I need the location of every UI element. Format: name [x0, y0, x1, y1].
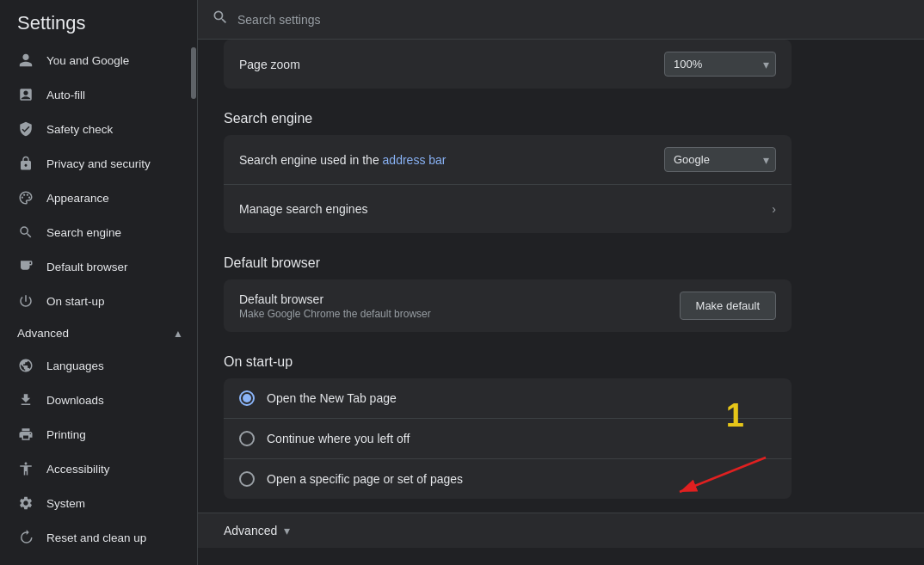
person-icon [17, 52, 34, 69]
appearance-icon [17, 189, 34, 206]
sidebar-item-system[interactable]: System [0, 486, 190, 520]
sidebar-item-reset-and-clean-up[interactable]: Reset and clean up [0, 520, 190, 555]
svg-point-3 [28, 197, 30, 199]
sidebar-item-downloads[interactable]: Downloads [0, 383, 190, 417]
search-bar [198, 0, 924, 40]
default-browser-row: Default browser Make Google Chrome the d… [224, 279, 792, 332]
search-engine-row: Search engine used in the address bar Go… [224, 135, 792, 185]
startup-option-continue-label: Continue where you left off [267, 432, 410, 445]
startup-option-new-tab-label: Open the New Tab page [267, 391, 397, 405]
sidebar-item-privacy-and-security[interactable]: Privacy and security [0, 146, 190, 181]
manage-search-engines-label: Manage search engines [239, 202, 367, 216]
page-zoom-row: Page zoom 100% [224, 40, 792, 89]
accessibility-icon [17, 460, 34, 477]
radio-new-tab[interactable] [239, 390, 255, 406]
default-browser-label: Default browser [239, 292, 431, 306]
sidebar-item-label: Reset and clean up [46, 531, 146, 544]
autofill-icon [17, 86, 34, 103]
shield-icon [17, 120, 34, 138]
sidebar-item-label: You and Google [46, 54, 129, 67]
sidebar-item-label: Default browser [46, 261, 128, 273]
search-engine-dropdown[interactable]: Google [664, 147, 776, 172]
default-browser-section-title: Default browser [224, 235, 792, 279]
svg-point-0 [22, 197, 23, 199]
search-engine-label: Search engine used in the address bar [239, 153, 447, 167]
sidebar-item-label: On start-up [46, 295, 105, 308]
sidebar-item-appearance[interactable]: Appearance [0, 181, 190, 215]
bottom-advanced-label: Advanced [224, 524, 277, 537]
page-zoom-dropdown[interactable]: 100% [664, 52, 776, 77]
sidebar-item-label: System [46, 497, 85, 510]
advanced-chevron-icon: ▲ [173, 328, 183, 340]
default-browser-text: Default browser Make Google Chrome the d… [239, 292, 431, 320]
download-icon [17, 391, 34, 408]
bottom-advanced-chevron-icon: ▾ [284, 524, 290, 537]
sidebar-item-search-engine[interactable]: Search engine [0, 215, 190, 249]
browser-icon [17, 258, 34, 275]
radio-specific-page[interactable] [239, 471, 255, 487]
advanced-label: Advanced [17, 327, 69, 340]
sidebar-item-you-and-google[interactable]: You and Google [0, 43, 190, 77]
search-input[interactable] [237, 13, 910, 27]
history-icon [17, 529, 34, 546]
system-icon [17, 494, 34, 512]
default-browser-sub-label: Make Google Chrome the default browser [239, 308, 431, 320]
content-area: Page zoom 100% Search engine Search engi… [198, 40, 817, 526]
sidebar-item-printing[interactable]: Printing [0, 417, 190, 451]
sidebar-item-accessibility[interactable]: Accessibility [0, 451, 190, 486]
annotation-number: 1 [726, 397, 744, 434]
search-icon [17, 224, 34, 241]
svg-point-1 [23, 194, 25, 196]
page-zoom-label: Page zoom [239, 58, 300, 71]
manage-search-engines-row[interactable]: Manage search engines › [224, 185, 792, 233]
address-bar-link[interactable]: address bar [383, 153, 447, 167]
sidebar-item-safety-check[interactable]: Safety check [0, 112, 190, 146]
globe-icon [17, 357, 34, 374]
search-engine-section-title: Search engine [224, 90, 792, 135]
print-icon [17, 426, 34, 443]
search-icon [212, 9, 229, 30]
default-browser-card: Default browser Make Google Chrome the d… [224, 279, 792, 332]
search-engine-dropdown-wrapper: Google [664, 147, 776, 172]
sidebar-item-default-browser[interactable]: Default browser [0, 249, 190, 284]
sidebar-item-label: Appearance [46, 192, 109, 205]
main-content: Page zoom 100% Search engine Search engi… [198, 0, 924, 565]
sidebar-item-label: Downloads [46, 394, 104, 407]
sidebar-item-label: Privacy and security [46, 157, 151, 170]
sidebar-item-auto-fill[interactable]: Auto-fill [0, 77, 190, 112]
manage-chevron-icon: › [772, 202, 776, 216]
page-zoom-dropdown-wrapper: 100% [664, 52, 776, 77]
make-default-button[interactable]: Make default [680, 292, 776, 320]
svg-point-2 [27, 194, 28, 196]
startup-option-new-tab[interactable]: Open the New Tab page [224, 378, 792, 419]
bottom-advanced-bar[interactable]: Advanced ▾ [198, 513, 924, 548]
on-startup-section-title: On start-up [224, 334, 792, 378]
advanced-section-header[interactable]: Advanced ▲ [0, 318, 197, 348]
startup-option-specific-page-label: Open a specific page or set of pages [267, 472, 463, 486]
sidebar-item-on-start-up[interactable]: On start-up [0, 284, 190, 318]
sidebar-item-languages[interactable]: Languages [0, 348, 190, 383]
sidebar-item-label: Printing [46, 428, 86, 441]
sidebar-item-label: Safety check [46, 123, 113, 136]
search-engine-card: Search engine used in the address bar Go… [224, 135, 792, 233]
app-title: Settings [0, 0, 197, 43]
page-zoom-card: Page zoom 100% [224, 40, 792, 89]
radio-continue[interactable] [239, 431, 255, 446]
sidebar-item-label: Accessibility [46, 463, 110, 476]
annotation-arrow [654, 449, 792, 501]
lock-icon [17, 155, 34, 172]
sidebar-item-label: Search engine [46, 226, 121, 239]
power-icon [17, 292, 34, 310]
sidebar-item-label: Languages [46, 359, 104, 372]
sidebar-item-label: Auto-fill [46, 89, 85, 101]
